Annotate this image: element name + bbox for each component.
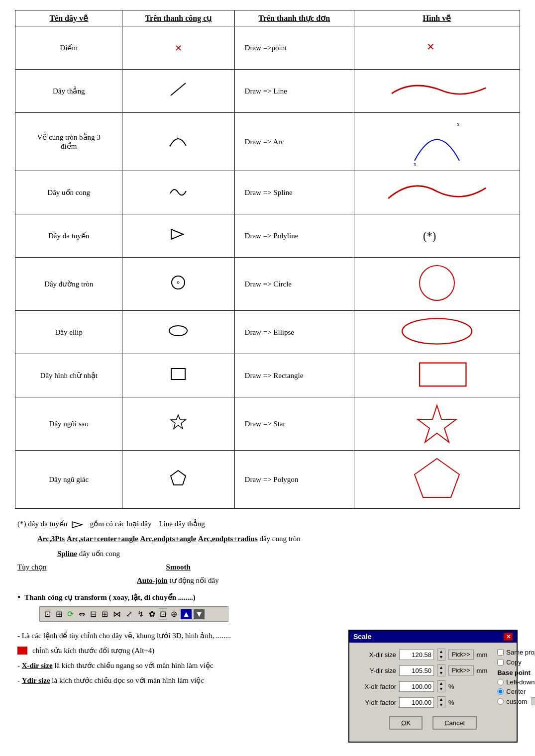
custom-pick-button[interactable]: Pick>> [532,697,535,705]
preview-spline-svg [357,174,517,209]
scale-body: X-dir size ▲▼ Pick>> mm Y-dir size ▲▼ Pi… [349,643,517,742]
tb-icon-10[interactable]: ✿ [147,609,157,619]
toolbar-strip: ⊡ ⊞ ⟳ ⇔ ⊟ ⊞ ⋈ ⤢ ↯ ✿ ⊡ ⊕ ▲ ▼ [39,606,228,622]
yfactor-row: Y-dir factor ▲▼ % [356,696,487,708]
desc4: - Ydir size là kích thước chiều dọc so v… [17,674,333,686]
arc-endpts-radius-label: Arc,endpts+radius [198,535,258,543]
xdir-spin[interactable]: ▲▼ [437,649,445,661]
row-name: Dây ngũ giác [15,451,122,509]
xdir-unit: mm [477,651,488,659]
col-header-name: Tên dây vẽ [15,10,122,26]
col-header-toolbar: Trên thanh công cụ [122,10,234,26]
copy-label: Copy [506,659,521,666]
ok-underline: O [401,719,406,727]
circle-toolbar-icon [169,274,187,291]
arc-labels-line: Arc,3Pts Arc,star+center+angle Arc,endpt… [37,533,518,545]
svg-marker-20 [72,522,82,528]
ydir-size-input[interactable] [399,665,434,676]
row-icon [122,354,234,397]
tb-icon-1[interactable]: ⊡ [43,609,52,619]
xfactor-unit: % [448,683,454,690]
same-proportion-checkbox[interactable] [497,649,504,656]
svg-text:(*): (*) [423,230,436,242]
row-icon [122,397,234,451]
xfactor-spin[interactable]: ▲▼ [437,680,445,692]
row-name: Điểm [15,26,122,70]
tb-icon-7[interactable]: ⋈ [111,609,122,619]
row-name: Dây thẳng [15,70,122,113]
xdir-size-input[interactable] [399,650,434,660]
scale-titlebar: Scale ✕ [349,631,517,643]
desc1: - Là các lệnh để tùy chỉnh cho dây vẽ, k… [17,630,333,642]
row-preview [354,70,520,113]
arc-endpts-angle-label: Arc,endpts+angle [140,535,196,543]
xfactor-row: X-dir factor ▲▼ % [356,680,487,692]
tb-icon-11[interactable]: ⊡ [159,608,167,620]
arc3pts-label: Arc,3Pts [37,535,65,543]
row-preview: ✕ [354,26,520,70]
row-preview [354,258,520,311]
polyline-note-icon [71,520,86,530]
row-menu: Draw => Line [234,70,354,113]
yfactor-spin[interactable]: ▲▼ [437,696,445,708]
copy-checkbox[interactable] [497,659,504,665]
xfactor-input[interactable] [399,681,434,692]
custom-label: custom [506,698,527,705]
scale-inputs: X-dir size ▲▼ Pick>> mm Y-dir size ▲▼ Pi… [356,649,487,712]
col-header-preview: Hình vẽ [354,10,520,26]
scale-right-options: Same proportion Copy Base point Left-dow… [497,649,535,712]
xfactor-label: X-dir factor [356,683,396,690]
transform-bullet: • Thanh công cụ transform ( xoay, lật, d… [17,591,518,625]
cancel-button[interactable]: Cancel [432,716,476,730]
row-icon [122,451,234,509]
row-preview [354,354,520,397]
desc3: - X-dir size là kích thước chiều ngang s… [17,660,333,671]
preview-circle-svg [400,261,474,305]
preview-arc-svg: x x [400,116,474,166]
row-icon: + [122,113,234,171]
col-header-menu: Trên thanh thực đơn [234,10,354,26]
polyline-includes: gồm có các loại dây [90,520,157,528]
center-radio[interactable] [497,688,504,695]
yfactor-label: Y-dir factor [356,699,396,706]
custom-radio[interactable] [497,698,504,705]
tb-icon-2[interactable]: ⊞ [54,609,64,619]
scale-dialog: Scale ✕ X-dir size ▲▼ Pick>> mm [348,630,518,743]
row-name: Dây ngôi sao [15,397,122,451]
tb-icon-8[interactable]: ⤢ [124,609,134,619]
leftdown-radio[interactable] [497,679,504,685]
tb-icon-6[interactable]: ⊞ [100,609,109,619]
svg-point-11 [420,266,454,300]
tb-icon-4[interactable]: ⇔ [77,609,87,619]
svg-text:+: + [176,135,179,141]
tb-icon-14[interactable]: ▼ [194,609,205,619]
ok-button[interactable]: OK [389,716,423,730]
preview-line-svg [357,73,517,107]
auto-join-text: tự động nối dây [169,576,218,584]
cancel-rest: ancel [449,719,465,727]
svg-text:x: x [414,161,417,166]
tb-icon-9[interactable]: ↯ [136,609,145,619]
row-name: Dây hình chữ nhật [15,354,122,397]
smooth-row: Tùy chọn Smooth [17,563,518,571]
spline-toolbar-icon [168,184,188,198]
ellipse-toolbar-icon [167,324,189,338]
scale-close-button[interactable]: ✕ [504,633,513,641]
polyline-toolbar-icon [169,225,187,243]
leftdown-label: Left-down point [506,678,535,686]
xdir-pick-button[interactable]: Pick>> [448,650,474,660]
row-preview: (*) [354,214,520,258]
ydir-pick-button[interactable]: Pick>> [448,665,474,675]
bullet-dot: • [17,592,20,603]
svg-point-9 [172,276,185,289]
ydir-unit: mm [477,667,488,674]
tb-icon-12[interactable]: ⊕ [169,609,179,619]
tuy-chon-label: Tùy chọn [17,563,47,571]
ydir-spin[interactable]: ▲▼ [437,664,445,676]
yfactor-input[interactable] [399,697,434,708]
tb-icon-3[interactable]: ⟳ [66,609,75,619]
tb-icon-5[interactable]: ⊟ [89,609,98,619]
row-menu: Draw => Rectangle [234,354,354,397]
row-menu: Draw => Arc [234,113,354,171]
tb-icon-13[interactable]: ▲ [181,609,192,619]
